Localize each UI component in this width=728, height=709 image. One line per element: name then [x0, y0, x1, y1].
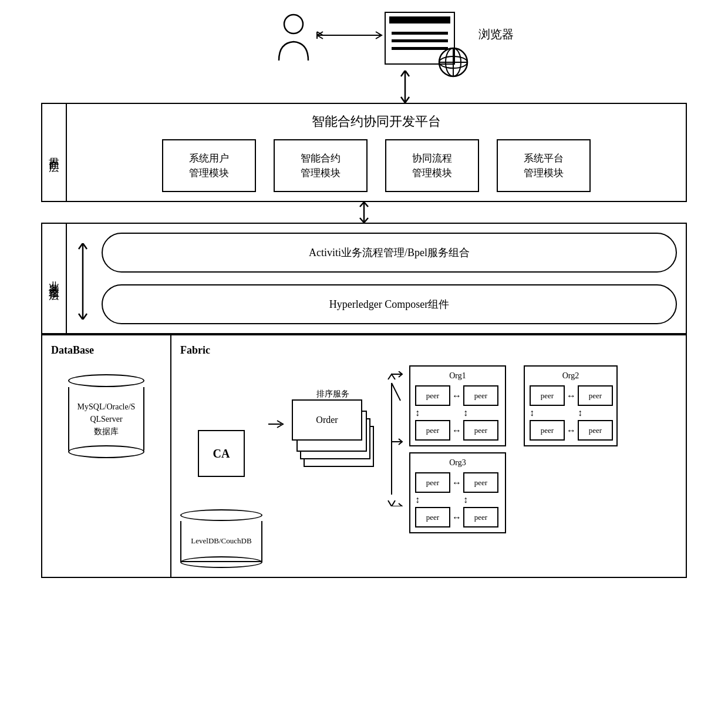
browser-label: 浏览器 — [478, 26, 514, 42]
peer-box: peer — [578, 420, 613, 441]
platform-section: 界面层 智能合约协同开发平台 系统用户管理模块 智能合约管理模块 协同流程管理模… — [41, 103, 687, 202]
business-layer-label: 业务逻辑层 — [42, 224, 67, 333]
globe-icon — [437, 46, 470, 79]
database-section: DataBase MySQL/Oracle/SQLServer数据库 — [41, 334, 170, 578]
org1-label: Org1 — [415, 371, 500, 381]
fabric-title: Fabric — [180, 344, 677, 357]
main-diagram: 浏览器 界面层 智能合约协同开发平台 系统用户管理模块 智能合约管理模块 协同流… — [41, 12, 687, 578]
fabric-section: Fabric CA LevelDB/CouchDB — [170, 334, 687, 578]
module-contract: 智能合约管理模块 — [274, 139, 368, 192]
ordering-label: 排序服务 — [316, 389, 349, 399]
peer-box: peer — [578, 385, 613, 406]
mid-arrow-1 — [41, 202, 687, 223]
peer-box: peer — [415, 472, 450, 493]
peer-box: peer — [463, 420, 498, 441]
bottom-section: DataBase MySQL/Oracle/SQLServer数据库 Fabri… — [41, 334, 687, 578]
svg-point-0 — [284, 15, 303, 33]
browser-group: 浏览器 — [385, 12, 455, 65]
peer-box: peer — [415, 420, 450, 441]
peer-box: peer — [463, 385, 498, 406]
platform-title: 智能合约协同开发平台 — [76, 113, 677, 130]
org3-group: Org3 peer ↔ peer ↕ ↕ — [409, 452, 506, 533]
module-workflow: 协同流程管理模块 — [385, 139, 479, 192]
top-section: 浏览器 — [41, 12, 687, 65]
database-title: DataBase — [51, 344, 94, 357]
peer-box: peer — [415, 385, 450, 406]
activiti-component: Activiti业务流程管理/Bpel服务组合 — [102, 233, 677, 273]
db-cylinder: MySQL/Oracle/SQLServer数据库 — [51, 374, 161, 458]
user-browser-arrow — [314, 28, 385, 42]
business-section: 业务逻辑层 Activiti业务流程管理/Bpel服务组合 Hyperledge… — [41, 223, 687, 334]
user-icon — [273, 14, 314, 63]
order-to-orgs-arrow — [380, 371, 403, 506]
db-content: MySQL/Oracle/SQLServer数据库 — [68, 387, 144, 452]
module-user: 系统用户管理模块 — [162, 139, 256, 192]
order-label: Order — [292, 399, 362, 441]
org2-label: Org2 — [530, 371, 612, 381]
ca-order-arrow — [268, 418, 286, 430]
top-down-arrow — [398, 70, 412, 103]
order-stack: Order Order — [292, 399, 374, 470]
composer-component: Hyperledger Composer组件 — [102, 284, 677, 324]
peer-box: peer — [530, 420, 565, 441]
peer-box: peer — [530, 385, 565, 406]
org3-label: Org3 — [415, 458, 500, 468]
peer-box: peer — [463, 472, 498, 493]
peer-box: peer — [415, 507, 450, 527]
leveldb-cylinder: LevelDB/CouchDB — [180, 503, 262, 568]
business-left-arrow — [76, 243, 90, 320]
org1-group: Org1 peer ↔ peer ↕ ↕ — [409, 365, 506, 446]
org2-group: Org2 peer ↔ peer ↕ ↕ — [524, 365, 618, 446]
interface-layer-label: 界面层 — [42, 104, 67, 201]
business-content: Activiti业务流程管理/Bpel服务组合 Hyperledger Comp… — [67, 224, 686, 333]
module-platform: 系统平台管理模块 — [497, 139, 591, 192]
peer-box: peer — [463, 507, 498, 527]
ca-box: CA — [198, 430, 245, 477]
platform-content: 智能合约协同开发平台 系统用户管理模块 智能合约管理模块 协同流程管理模块 系统… — [67, 104, 686, 201]
